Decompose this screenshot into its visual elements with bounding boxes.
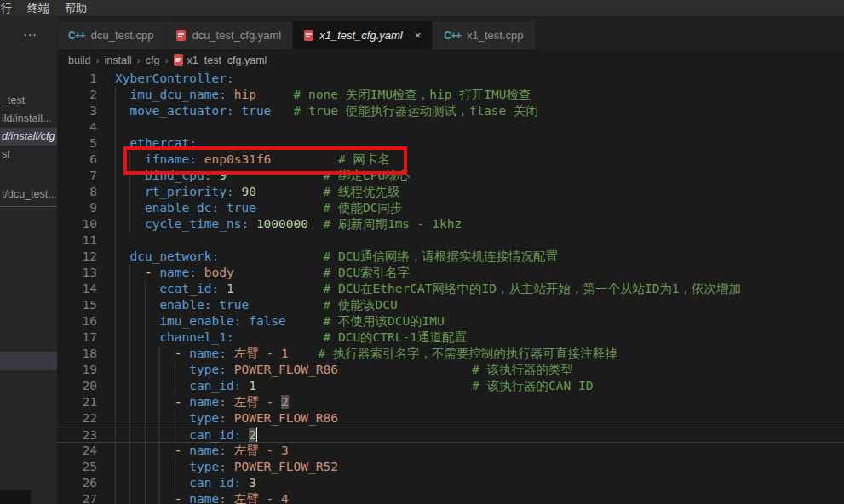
menu-item-行[interactable]: 行 — [0, 0, 20, 16]
line-number[interactable]: 9 — [57, 200, 97, 216]
code-line[interactable]: 3 move_actuator: true # true 使能执行器运动测试，f… — [57, 103, 844, 119]
code-line[interactable]: 21 - name: 左臂 - 2 — [57, 394, 844, 410]
line-number[interactable]: 18 — [57, 346, 97, 362]
sidebar-item[interactable]: _test — [0, 92, 57, 110]
close-icon[interactable]: × — [415, 29, 422, 42]
code-line[interactable]: 15 enable: true # 使能该DCU — [57, 297, 844, 313]
line-number[interactable]: 2 — [57, 87, 97, 103]
sidebar-item[interactable]: ild/install... — [0, 110, 57, 128]
line-number[interactable]: 4 — [57, 119, 97, 135]
tab-x1_test_cfg.yaml[interactable]: x1_test_cfg.yaml× — [293, 21, 432, 49]
line-number[interactable]: 26 — [57, 475, 97, 491]
token-key: rt_priority: — [145, 185, 234, 198]
token-com: # 不使用该DCU的IMU — [323, 314, 444, 328]
code-line[interactable]: 26 can_id: 3 — [57, 475, 844, 491]
code-line[interactable]: 4 — [57, 119, 844, 135]
token-ws — [197, 266, 204, 279]
breadcrumb-item[interactable]: install — [105, 54, 132, 66]
line-number[interactable]: 11 — [57, 232, 97, 249]
line-number[interactable]: 14 — [57, 281, 97, 297]
line-number[interactable]: 25 — [57, 459, 97, 475]
line-number[interactable]: 27 — [57, 491, 97, 504]
menu-item-终端[interactable]: 终端 — [20, 0, 57, 16]
code-line[interactable]: 8 rt_priority: 90 # 线程优先级 — [57, 184, 844, 200]
code-line-content: - name: body # DCU索引名字 — [97, 265, 410, 281]
line-number[interactable]: 8 — [57, 184, 97, 200]
code-line[interactable]: 25 type: POWER_FLOW_R52 — [57, 459, 844, 475]
code-line[interactable]: 5 ethercat: — [57, 135, 844, 152]
sidebar-item[interactable]: st — [0, 146, 57, 163]
token-str: body — [204, 266, 234, 279]
menu-item-帮助[interactable]: 帮助 — [57, 0, 95, 16]
code-line[interactable]: 10 cycle_time_ns: 1000000 # 刷新周期1ms - 1k… — [57, 216, 844, 232]
tab-dcu_test.cpp[interactable]: C++dcu_test.cpp — [57, 21, 164, 49]
code-line[interactable]: 12 dcu_network: # DCU通信网络，请根据实机连接情况配置 — [57, 249, 844, 265]
token-com: # 该执行器的类型 — [472, 363, 573, 376]
token-com: # 刷新周期1ms - 1khz — [323, 217, 462, 231]
token-ws — [219, 201, 227, 215]
line-number[interactable]: 3 — [57, 103, 97, 119]
code-line[interactable]: 18 - name: 左臂 - 1 # 执行器索引名字，不需要控制的执行器可直接… — [57, 346, 844, 362]
code-line[interactable]: 19 type: POWER_FLOW_R86 # 该执行器的类型 — [57, 362, 844, 378]
line-number[interactable]: 24 — [57, 443, 97, 459]
sidebar-spacer — [0, 163, 57, 184]
code-line[interactable]: 14 ecat_id: 1 # DCU在EtherCAT网络中的ID，从主站开始… — [57, 281, 844, 297]
line-number[interactable]: 16 — [57, 313, 97, 329]
code-line[interactable]: 20 can_id: 1 # 该执行器的CAN ID — [57, 378, 844, 394]
code-line[interactable]: 9 enable_dc: true # 使能DC同步 — [57, 200, 844, 216]
code-line[interactable]: 16 imu_enable: false # 不使用该DCU的IMU — [57, 313, 844, 329]
sidebar-item[interactable]: t/dcu_test... — [0, 184, 57, 207]
line-number[interactable]: 19 — [57, 362, 97, 378]
code-line[interactable]: 13 - name: body # DCU索引名字 — [57, 265, 844, 281]
token-ws — [234, 282, 324, 295]
token-ws — [338, 363, 472, 376]
code-line[interactable]: 1XyberController: — [57, 71, 844, 87]
token-key: ifname: — [145, 152, 197, 166]
token-ws — [115, 395, 175, 409]
line-number[interactable]: 23 — [57, 427, 97, 442]
breadcrumb-item[interactable]: build — [68, 54, 90, 66]
line-number[interactable]: 17 — [57, 329, 97, 346]
sidebar-selected-row[interactable] — [0, 352, 57, 370]
token-str: 左臂 - — [234, 395, 281, 409]
token-ws — [115, 428, 189, 442]
panel-fragment — [0, 490, 31, 504]
line-number[interactable]: 1 — [57, 71, 97, 87]
line-number[interactable]: 5 — [57, 135, 97, 152]
token-ws — [234, 330, 324, 344]
code-line-content: - name: 左臂 - 1 # 执行器索引名字，不需要控制的执行器可直接注释掉 — [97, 346, 617, 362]
yaml-file-icon — [304, 30, 313, 41]
code-line[interactable]: 24 - name: 左臂 - 3 — [57, 443, 844, 459]
line-number[interactable]: 6 — [57, 152, 97, 168]
indent-guide — [115, 119, 116, 135]
line-number[interactable]: 7 — [57, 168, 97, 184]
code-editor[interactable]: 1XyberController:2 imu_dcu_name: hip # n… — [57, 71, 844, 504]
breadcrumb-item[interactable]: cfg — [146, 54, 160, 66]
sidebar-item[interactable]: d/install/cfg — [0, 128, 57, 146]
code-line[interactable]: 2 imu_dcu_name: hip # none 关闭IMU检查，hip 打… — [57, 87, 844, 103]
code-line[interactable]: 7 bind_cpu: 9 # 绑定CPU核心 — [57, 168, 844, 184]
token-ws — [227, 444, 234, 457]
code-line[interactable]: 22 type: POWER_FLOW_R86 — [57, 410, 844, 427]
line-number[interactable]: 21 — [57, 394, 97, 410]
more-actions-icon[interactable]: ··· — [23, 27, 37, 41]
breadcrumb[interactable]: build›install›cfg›x1_test_cfg.yaml — [57, 49, 844, 71]
breadcrumb-file[interactable]: x1_test_cfg.yaml — [174, 54, 267, 66]
code-line[interactable]: 6 ifname: enp0s31f6 # 网卡名 — [57, 152, 844, 168]
line-number[interactable]: 22 — [57, 410, 97, 427]
line-number[interactable]: 10 — [57, 216, 97, 232]
token-num: 1 — [249, 379, 256, 392]
tab-x1_test.cpp[interactable]: C++x1_test.cpp — [433, 21, 534, 49]
code-line[interactable]: 23 can_id: 2 — [57, 427, 844, 443]
line-number[interactable]: 15 — [57, 297, 97, 313]
code-line[interactable]: 11 — [57, 232, 844, 249]
token-ws — [227, 411, 234, 425]
line-number[interactable]: 20 — [57, 378, 97, 394]
code-line[interactable]: 27 - name: 左臂 - 4 — [57, 491, 844, 504]
code-line[interactable]: 17 channel_1: # DCU的CTRL-1通道配置 — [57, 329, 844, 346]
cpp-file-icon: C++ — [444, 30, 461, 42]
line-number[interactable]: 12 — [57, 249, 97, 265]
indent-guide — [115, 232, 116, 249]
line-number[interactable]: 13 — [57, 265, 97, 281]
tab-dcu_test_cfg.yaml[interactable]: dcu_test_cfg.yaml — [165, 21, 292, 49]
